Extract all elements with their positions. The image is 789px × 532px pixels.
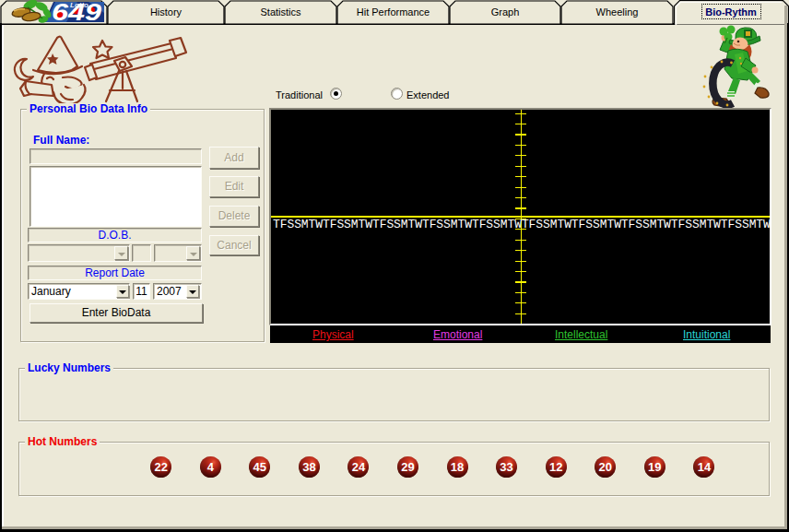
svg-text:649: 649: [52, 0, 101, 25]
